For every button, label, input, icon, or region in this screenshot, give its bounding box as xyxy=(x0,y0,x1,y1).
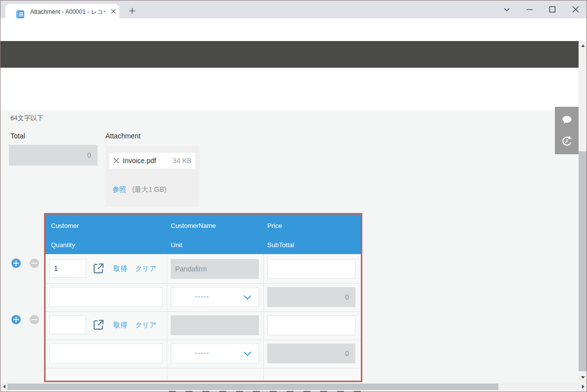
record-side-panel xyxy=(555,107,579,154)
browser-window: Attachment - A00001 - レコードの xyxy=(0,0,587,392)
unit-select-value: ----- xyxy=(195,349,209,357)
new-tab-icon[interactable] xyxy=(126,5,138,17)
attachment-field: Invoice.pdf 34 KB 参照 (最大1 GB) xyxy=(105,146,199,207)
row-divider xyxy=(46,283,361,284)
record-form: 64文字以下 Total Attachment Invoice.pdf 34 K… xyxy=(0,110,579,383)
subtotal-field xyxy=(267,344,355,363)
unit-select[interactable]: ----- xyxy=(171,344,259,363)
unit-select-value: ----- xyxy=(195,293,209,301)
attachment-label: Attachment xyxy=(105,132,141,140)
row-divider xyxy=(46,340,361,340)
horizontal-scrollbar[interactable] xyxy=(0,383,587,391)
subtotal-field xyxy=(267,287,355,307)
quantity-input[interactable] xyxy=(49,287,162,307)
browse-link[interactable]: 参照 xyxy=(112,185,126,194)
col-header-customer-name: CustomerName xyxy=(171,222,216,229)
column-divider xyxy=(263,254,264,381)
col-header-price: Price xyxy=(267,222,282,229)
scroll-up-icon[interactable] xyxy=(581,44,585,47)
file-name[interactable]: Invoice.pdf xyxy=(123,157,156,165)
price-input[interactable] xyxy=(267,315,355,335)
row-divider xyxy=(46,368,361,368)
col-header-customer: Customer xyxy=(51,222,79,229)
subtable: Customer CustomerName Price Quantity Uni… xyxy=(44,213,362,382)
unit-select[interactable]: ----- xyxy=(171,287,259,307)
tab-search-chevron-icon[interactable] xyxy=(500,3,513,15)
customer-name-field xyxy=(171,259,259,279)
lookup-clear-link[interactable]: クリア xyxy=(135,264,156,273)
title-bar: Attachment - A00001 - レコードの xyxy=(0,0,587,18)
open-lookup-icon[interactable] xyxy=(92,262,105,275)
horizontal-scrollbar-thumb[interactable] xyxy=(7,384,498,390)
browser-tab[interactable]: Attachment - A00001 - レコードの xyxy=(5,4,119,18)
subtable-header: Customer CustomerName Price Quantity Uni… xyxy=(46,215,361,254)
history-icon[interactable] xyxy=(560,134,574,148)
column-divider xyxy=(167,254,167,381)
lookup-clear-link[interactable]: クリア xyxy=(135,321,156,330)
scroll-right-icon[interactable] xyxy=(582,385,585,389)
vertical-scrollbar-thumb[interactable] xyxy=(579,151,587,371)
field-hint: 64文字以下 xyxy=(10,114,43,123)
row-divider xyxy=(46,311,361,312)
comments-icon[interactable] xyxy=(560,114,574,127)
col-header-quantity: Quantity xyxy=(51,241,75,249)
close-window-icon[interactable] xyxy=(569,3,582,15)
customer-lookup-input[interactable] xyxy=(49,259,86,278)
minimize-icon[interactable] xyxy=(523,3,536,15)
record-edit-toolbar: キャンセル 保存 xyxy=(0,68,579,110)
tab-close-icon[interactable] xyxy=(109,7,117,15)
browser-toolbar: pandafirm.cybozu.com/k/1871/show#record=… xyxy=(0,18,587,41)
attachment-file-row: Invoice.pdf 34 KB xyxy=(109,153,196,169)
maximize-icon[interactable] xyxy=(546,3,559,15)
remove-row-button[interactable] xyxy=(30,315,39,324)
chevron-down-icon xyxy=(244,351,251,356)
remove-file-icon[interactable] xyxy=(113,157,120,164)
add-row-button[interactable] xyxy=(11,315,21,324)
vertical-scrollbar[interactable] xyxy=(579,41,587,383)
file-size: 34 KB xyxy=(173,157,192,165)
remove-row-button[interactable] xyxy=(30,259,39,268)
tab-favicon xyxy=(16,10,24,18)
total-field xyxy=(9,145,98,166)
max-size-note: (最大1 GB) xyxy=(132,185,166,194)
customer-lookup-input[interactable] xyxy=(49,315,86,334)
col-header-subtotal: SubTottal xyxy=(267,241,294,249)
open-lookup-icon[interactable] xyxy=(92,318,105,331)
quantity-input[interactable] xyxy=(49,344,162,363)
lookup-get-link[interactable]: 取得 xyxy=(113,321,127,330)
lookup-get-link[interactable]: 取得 xyxy=(113,264,127,273)
scroll-down-icon[interactable] xyxy=(581,376,585,379)
scroll-left-icon[interactable] xyxy=(3,385,5,389)
total-label: Total xyxy=(10,132,25,140)
kintone-header xyxy=(0,41,579,68)
price-input[interactable] xyxy=(267,259,355,279)
tab-title: Attachment - A00001 - レコードの xyxy=(30,8,105,16)
add-row-button[interactable] xyxy=(11,259,21,268)
chevron-down-icon xyxy=(244,295,251,300)
customer-name-field xyxy=(171,315,259,335)
col-header-unit: Unit xyxy=(171,241,182,249)
